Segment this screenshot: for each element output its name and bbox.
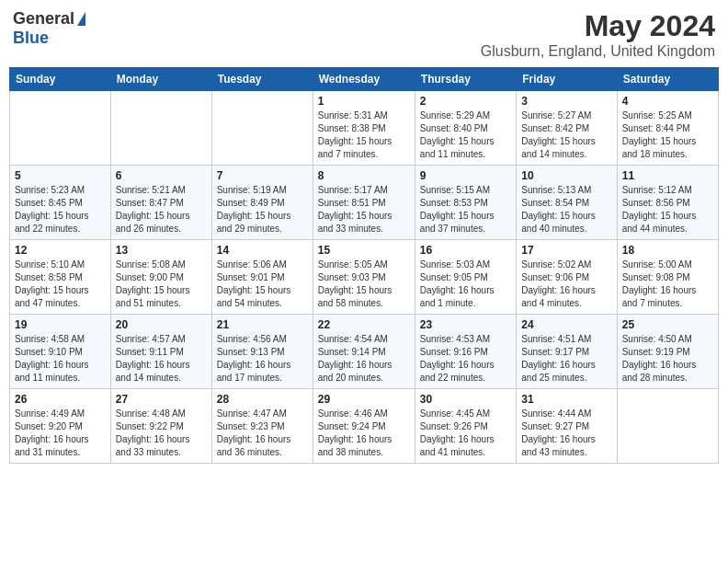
page-header: General Blue May 2024 Glusburn, England,… [9,9,719,60]
calendar-cell: 28Sunrise: 4:47 AM Sunset: 9:23 PM Dayli… [211,389,313,464]
day-number: 25 [622,318,713,331]
day-info: Sunrise: 4:49 AM Sunset: 9:20 PM Dayligh… [15,408,106,459]
calendar-header-friday: Friday [517,68,617,91]
day-number: 22 [318,318,410,331]
day-info: Sunrise: 5:15 AM Sunset: 8:53 PM Dayligh… [420,184,511,236]
calendar-cell: 31Sunrise: 4:44 AM Sunset: 9:27 PM Dayli… [517,389,617,464]
calendar-cell: 19Sunrise: 4:58 AM Sunset: 9:10 PM Dayli… [10,315,111,389]
calendar-header-row: SundayMondayTuesdayWednesdayThursdayFrid… [10,68,719,91]
day-info: Sunrise: 4:54 AM Sunset: 9:14 PM Dayligh… [318,333,410,385]
day-number: 30 [420,393,511,406]
calendar-cell: 20Sunrise: 4:57 AM Sunset: 9:11 PM Dayli… [110,315,211,389]
calendar-week-row: 12Sunrise: 5:10 AM Sunset: 8:58 PM Dayli… [10,240,719,315]
day-number: 31 [521,393,611,406]
calendar-cell: 15Sunrise: 5:05 AM Sunset: 9:03 PM Dayli… [313,240,415,315]
day-info: Sunrise: 5:00 AM Sunset: 9:08 PM Dayligh… [622,259,713,310]
title-section: May 2024 Glusburn, England, United Kingd… [481,9,715,60]
calendar-cell: 22Sunrise: 4:54 AM Sunset: 9:14 PM Dayli… [313,315,415,389]
day-number: 7 [217,169,308,182]
day-number: 20 [116,318,207,331]
calendar-cell: 27Sunrise: 4:48 AM Sunset: 9:22 PM Dayli… [110,389,211,464]
day-number: 28 [217,393,308,406]
day-info: Sunrise: 4:57 AM Sunset: 9:11 PM Dayligh… [116,333,207,385]
day-number: 24 [521,318,611,331]
day-info: Sunrise: 4:58 AM Sunset: 9:10 PM Dayligh… [15,333,106,385]
day-info: Sunrise: 5:25 AM Sunset: 8:44 PM Dayligh… [622,109,713,161]
calendar-cell: 5Sunrise: 5:23 AM Sunset: 8:45 PM Daylig… [10,166,111,240]
day-info: Sunrise: 5:27 AM Sunset: 8:42 PM Dayligh… [521,109,611,161]
calendar-cell: 18Sunrise: 5:00 AM Sunset: 9:08 PM Dayli… [617,240,718,315]
calendar-cell: 3Sunrise: 5:27 AM Sunset: 8:42 PM Daylig… [517,91,617,166]
calendar-cell: 8Sunrise: 5:17 AM Sunset: 8:51 PM Daylig… [313,166,415,240]
calendar-header-thursday: Thursday [415,68,516,91]
page-title: May 2024 [481,9,715,43]
day-number: 5 [15,169,106,182]
calendar-cell: 14Sunrise: 5:06 AM Sunset: 9:01 PM Dayli… [211,240,313,315]
calendar-cell: 26Sunrise: 4:49 AM Sunset: 9:20 PM Dayli… [10,389,111,464]
day-info: Sunrise: 4:44 AM Sunset: 9:27 PM Dayligh… [521,408,611,459]
day-info: Sunrise: 5:08 AM Sunset: 9:00 PM Dayligh… [116,259,207,310]
day-info: Sunrise: 4:48 AM Sunset: 9:22 PM Dayligh… [116,408,207,459]
page-subtitle: Glusburn, England, United Kingdom [481,43,715,60]
day-number: 15 [318,244,410,257]
calendar-cell: 6Sunrise: 5:21 AM Sunset: 8:47 PM Daylig… [110,166,211,240]
calendar-cell: 7Sunrise: 5:19 AM Sunset: 8:49 PM Daylig… [211,166,313,240]
day-info: Sunrise: 5:13 AM Sunset: 8:54 PM Dayligh… [521,184,611,236]
day-info: Sunrise: 5:17 AM Sunset: 8:51 PM Dayligh… [318,184,410,236]
calendar-week-row: 26Sunrise: 4:49 AM Sunset: 9:20 PM Dayli… [10,389,719,464]
calendar-cell [211,91,313,166]
day-info: Sunrise: 4:45 AM Sunset: 9:26 PM Dayligh… [420,408,511,459]
calendar-cell: 12Sunrise: 5:10 AM Sunset: 8:58 PM Dayli… [10,240,111,315]
day-number: 9 [420,169,511,182]
day-number: 18 [622,244,713,257]
day-info: Sunrise: 4:46 AM Sunset: 9:24 PM Dayligh… [318,408,410,459]
calendar-header-monday: Monday [110,68,211,91]
calendar-cell [617,389,718,464]
day-info: Sunrise: 5:12 AM Sunset: 8:56 PM Dayligh… [622,184,713,236]
calendar-cell [10,91,111,166]
calendar-cell: 9Sunrise: 5:15 AM Sunset: 8:53 PM Daylig… [415,166,516,240]
day-number: 10 [521,169,611,182]
calendar-week-row: 19Sunrise: 4:58 AM Sunset: 9:10 PM Dayli… [10,315,719,389]
day-info: Sunrise: 5:31 AM Sunset: 8:38 PM Dayligh… [318,109,410,161]
day-number: 26 [15,393,106,406]
day-info: Sunrise: 4:51 AM Sunset: 9:17 PM Dayligh… [521,333,611,385]
day-info: Sunrise: 5:02 AM Sunset: 9:06 PM Dayligh… [521,259,611,310]
day-number: 12 [15,244,106,257]
day-number: 13 [116,244,207,257]
day-number: 23 [420,318,511,331]
calendar-cell: 16Sunrise: 5:03 AM Sunset: 9:05 PM Dayli… [415,240,516,315]
calendar-header-saturday: Saturday [617,68,718,91]
calendar-week-row: 5Sunrise: 5:23 AM Sunset: 8:45 PM Daylig… [10,166,719,240]
day-info: Sunrise: 5:06 AM Sunset: 9:01 PM Dayligh… [217,259,308,310]
calendar-header-tuesday: Tuesday [211,68,313,91]
calendar-cell: 4Sunrise: 5:25 AM Sunset: 8:44 PM Daylig… [617,91,718,166]
day-info: Sunrise: 4:50 AM Sunset: 9:19 PM Dayligh… [622,333,713,385]
calendar-cell: 13Sunrise: 5:08 AM Sunset: 9:00 PM Dayli… [110,240,211,315]
day-info: Sunrise: 5:03 AM Sunset: 9:05 PM Dayligh… [420,259,511,310]
calendar-header-wednesday: Wednesday [313,68,415,91]
day-number: 16 [420,244,511,257]
calendar-cell: 1Sunrise: 5:31 AM Sunset: 8:38 PM Daylig… [313,91,415,166]
day-info: Sunrise: 5:19 AM Sunset: 8:49 PM Dayligh… [217,184,308,236]
day-number: 21 [217,318,308,331]
day-number: 4 [622,95,713,108]
calendar-cell: 2Sunrise: 5:29 AM Sunset: 8:40 PM Daylig… [415,91,516,166]
calendar-cell [110,91,211,166]
day-info: Sunrise: 5:23 AM Sunset: 8:45 PM Dayligh… [15,184,106,236]
day-number: 8 [318,169,410,182]
calendar-cell: 25Sunrise: 4:50 AM Sunset: 9:19 PM Dayli… [617,315,718,389]
day-number: 3 [521,95,611,108]
logo-blue-text: Blue [13,29,49,48]
calendar-cell: 17Sunrise: 5:02 AM Sunset: 9:06 PM Dayli… [517,240,617,315]
day-number: 29 [318,393,410,406]
day-info: Sunrise: 4:47 AM Sunset: 9:23 PM Dayligh… [217,408,308,459]
calendar-cell: 10Sunrise: 5:13 AM Sunset: 8:54 PM Dayli… [517,166,617,240]
day-info: Sunrise: 5:05 AM Sunset: 9:03 PM Dayligh… [318,259,410,310]
calendar-week-row: 1Sunrise: 5:31 AM Sunset: 8:38 PM Daylig… [10,91,719,166]
day-number: 19 [15,318,106,331]
day-info: Sunrise: 4:53 AM Sunset: 9:16 PM Dayligh… [420,333,511,385]
day-number: 1 [318,95,410,108]
calendar-table: SundayMondayTuesdayWednesdayThursdayFrid… [9,67,719,464]
day-number: 14 [217,244,308,257]
